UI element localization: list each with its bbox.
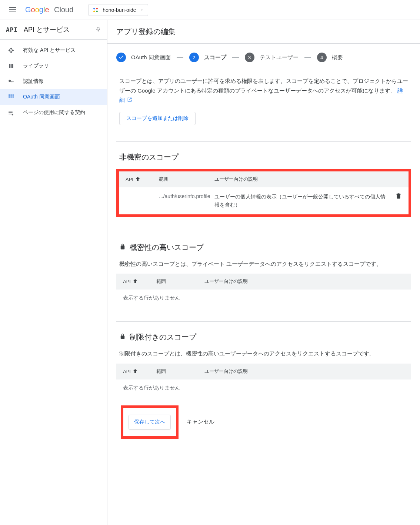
project-selector[interactable]: hono-bun-oidc <box>88 4 148 16</box>
page-title: アプリ登録の編集 <box>107 20 420 44</box>
add-remove-scopes-button[interactable]: スコープを追加または削除 <box>119 112 196 125</box>
step-separator <box>177 57 183 58</box>
sidebar: API API とサービス 有効な API とサービス ライブラリ 認証情報 O… <box>0 20 107 525</box>
step-test-users[interactable]: 3 テストユーザー <box>245 53 299 62</box>
sort-arrow-up-icon <box>135 176 141 183</box>
non-sensitive-scopes-table-highlight: API 範囲 ユーザー向けの説明 .../auth/userinfo.profi… <box>116 169 411 217</box>
col-header-desc[interactable]: ユーザー向けの説明 <box>214 176 387 183</box>
step-label: スコープ <box>204 54 226 61</box>
api-badge: API <box>6 26 18 33</box>
step-label: テストユーザー <box>260 54 299 61</box>
logo-cloud-text: Cloud <box>54 6 73 14</box>
google-cloud-logo[interactable]: Google Cloud <box>25 6 73 14</box>
sidebar-item-label: 有効な API とサービス <box>23 47 76 54</box>
cancel-button[interactable]: キャンセル <box>187 418 214 425</box>
menu-icon[interactable] <box>6 3 19 17</box>
settings-list-icon <box>7 109 15 116</box>
restricted-scopes-desc: 制限付きのスコープとは、機密性の高いユーザーデータへのアクセスをリクエストするス… <box>116 349 411 364</box>
col-header-api[interactable]: API <box>126 176 159 183</box>
cell-scope: .../auth/userinfo.profile <box>159 193 214 200</box>
sidebar-item-credentials[interactable]: 認証情報 <box>0 74 107 89</box>
stepper: OAuth 同意画面 2 スコープ 3 テストユーザー 4 概要 <box>107 44 420 71</box>
svg-point-1 <box>93 8 95 10</box>
table-header: API 範囲 ユーザー向けの説明 <box>116 364 411 379</box>
svg-rect-7 <box>13 94 14 96</box>
cell-desc: ユーザーの個人情報の表示（ユーザーが一般公開しているすべての個人情報を含む） <box>214 193 387 209</box>
sidebar-item-oauth-consent[interactable]: OAuth 同意画面 <box>0 89 107 105</box>
col-header-api[interactable]: API <box>123 278 156 285</box>
step-oauth-consent[interactable]: OAuth 同意画面 <box>116 53 171 62</box>
restricted-scopes-table: API 範囲 ユーザー向けの説明 表示する行がありません <box>116 364 411 397</box>
step-number: 2 <box>189 53 199 62</box>
delete-icon[interactable] <box>395 194 402 200</box>
sort-arrow-up-icon <box>132 278 138 285</box>
col-header-api[interactable]: API <box>123 368 156 375</box>
svg-point-2 <box>96 8 98 10</box>
scopes-description: スコープとは、アプリのユーザーに許可を求める権限を表します。スコープを定めること… <box>116 71 411 112</box>
step-scopes[interactable]: 2 スコープ <box>189 53 226 62</box>
sidebar-item-label: ページの使用に関する契約 <box>23 109 85 116</box>
lock-icon <box>119 333 126 341</box>
sensitive-scopes-table: API 範囲 ユーザー向けの説明 表示する行がありません <box>116 274 411 307</box>
consent-icon <box>7 94 15 100</box>
empty-state: 表示する行がありません <box>116 290 411 307</box>
pin-icon[interactable] <box>95 26 101 33</box>
svg-rect-10 <box>13 97 14 98</box>
svg-rect-8 <box>9 97 10 98</box>
chevron-down-icon <box>140 8 144 12</box>
empty-state: 表示する行がありません <box>116 379 411 397</box>
step-summary[interactable]: 4 概要 <box>317 53 343 62</box>
col-header-desc[interactable]: ユーザー向けの説明 <box>204 368 404 375</box>
sidebar-header: API API とサービス <box>0 20 107 40</box>
svg-point-4 <box>96 10 98 12</box>
main-content: アプリ登録の編集 OAuth 同意画面 2 スコープ 3 テストユーザー 4 <box>107 20 420 525</box>
step-done-icon <box>116 53 126 62</box>
project-name: hono-bun-oidc <box>103 7 136 13</box>
footer-actions: 保存して次へ キャンセル <box>116 397 411 448</box>
topbar: Google Cloud hono-bun-oidc <box>0 0 420 20</box>
external-link-icon <box>127 96 132 105</box>
library-icon <box>7 63 15 69</box>
table-header: API 範囲 ユーザー向けの説明 <box>116 274 411 290</box>
col-header-desc[interactable]: ユーザー向けの説明 <box>204 278 404 285</box>
svg-rect-9 <box>11 97 12 98</box>
sidebar-item-page-usage[interactable]: ページの使用に関する契約 <box>0 105 107 120</box>
non-sensitive-scopes-title: 非機密のスコープ <box>116 142 411 169</box>
table-row: .../auth/userinfo.profile ユーザーの個人情報の表示（ユ… <box>119 187 409 214</box>
unlock-icon <box>119 243 126 252</box>
step-separator <box>232 57 239 58</box>
save-and-continue-button[interactable]: 保存して次へ <box>129 415 171 429</box>
sidebar-item-label: ライブラリ <box>23 63 49 69</box>
svg-text:Google: Google <box>25 6 49 14</box>
sensitive-scopes-desc: 機密性の高いスコープとは、プライベート ユーザーデータへのアクセスをリクエストす… <box>116 259 411 274</box>
col-header-scope[interactable]: 範囲 <box>159 176 214 183</box>
sort-arrow-up-icon <box>132 368 138 375</box>
svg-rect-6 <box>11 94 12 96</box>
sidebar-item-label: OAuth 同意画面 <box>23 94 60 100</box>
col-header-scope[interactable]: 範囲 <box>156 278 204 285</box>
step-number: 4 <box>317 53 327 62</box>
step-number: 3 <box>245 53 254 62</box>
col-header-scope[interactable]: 範囲 <box>156 368 204 375</box>
svg-rect-5 <box>9 94 10 96</box>
sidebar-title: API とサービス <box>24 25 89 34</box>
step-label: 概要 <box>332 54 343 61</box>
table-header: API 範囲 ユーザー向けの説明 <box>119 171 409 187</box>
sidebar-item-enabled-apis[interactable]: 有効な API とサービス <box>0 43 107 58</box>
step-label: OAuth 同意画面 <box>131 54 171 61</box>
key-icon <box>7 78 15 85</box>
step-separator <box>304 57 311 58</box>
diamond-icon <box>7 47 15 54</box>
sensitive-scopes-title: 機密性の高いスコープ <box>116 232 411 259</box>
svg-point-3 <box>93 10 95 12</box>
sidebar-item-label: 認証情報 <box>23 78 44 85</box>
sidebar-item-library[interactable]: ライブラリ <box>0 58 107 74</box>
restricted-scopes-title: 制限付きのスコープ <box>116 322 411 349</box>
non-sensitive-scopes-table: API 範囲 ユーザー向けの説明 .../auth/userinfo.profi… <box>119 171 409 214</box>
save-button-highlight: 保存して次へ <box>121 405 179 439</box>
project-icon <box>92 7 99 13</box>
